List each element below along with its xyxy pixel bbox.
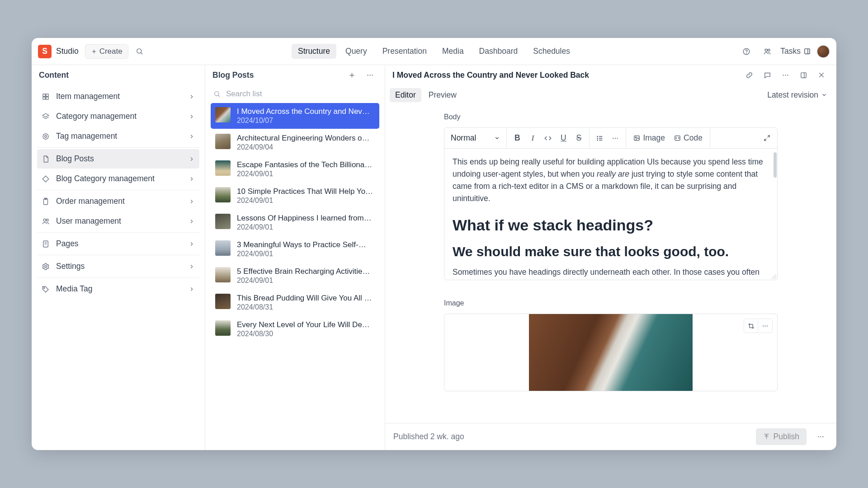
top-tab-schedules[interactable]: Schedules: [527, 44, 576, 59]
blog-list-item[interactable]: Escape Fantasies of the Tech Billiona…20…: [211, 156, 379, 182]
blog-list-item[interactable]: 5 Effective Brain Recharging Activitie…2…: [211, 263, 379, 289]
blog-item-title: Architectural Engineering Wonders o…: [237, 134, 375, 143]
list-search-input[interactable]: [226, 89, 377, 99]
toolbar-more-button[interactable]: [608, 131, 623, 146]
list-more-button[interactable]: [362, 67, 377, 83]
sidebar-item-pages[interactable]: Pages: [37, 234, 199, 253]
hero-image: [529, 314, 693, 391]
chevron-right-icon: [189, 113, 195, 120]
list-button[interactable]: [592, 131, 608, 146]
sidebar-item-blog-category-management[interactable]: Blog Category management: [37, 169, 199, 188]
sidebar-item-blog-posts[interactable]: Blog Posts: [37, 149, 199, 169]
comment-button[interactable]: [760, 67, 775, 83]
top-tab-query[interactable]: Query: [339, 44, 373, 59]
resize-handle-icon[interactable]: [771, 273, 776, 279]
blog-list-item[interactable]: 3 Meaningful Ways to Practice Self-…2024…: [211, 236, 379, 262]
user-avatar[interactable]: [816, 45, 830, 58]
sidebar-item-order-management[interactable]: Order management: [37, 192, 199, 211]
blog-thumbnail: [215, 214, 231, 229]
blog-item-date: 2024/09/01: [237, 197, 375, 205]
sidebar-item-label: Item management: [56, 92, 120, 101]
blog-list-item[interactable]: Architectural Engineering Wonders o…2024…: [211, 130, 379, 155]
blog-thumbnail: [215, 240, 231, 256]
chevron-right-icon: [189, 286, 195, 292]
sidebar-separator: [37, 232, 199, 233]
svg-point-36: [787, 75, 788, 75]
scrollbar[interactable]: [774, 152, 777, 178]
sidebar-separator: [37, 190, 199, 190]
svg-point-29: [367, 75, 368, 75]
add-item-button[interactable]: [344, 67, 359, 83]
underline-button[interactable]: U: [556, 131, 571, 146]
rte-toolbar: Normal B I U S: [444, 128, 777, 149]
sidebar-item-category-management[interactable]: Category management: [37, 107, 199, 126]
search-button[interactable]: [132, 44, 147, 59]
italic-button[interactable]: I: [525, 131, 540, 146]
app-logo: S: [38, 45, 52, 58]
expand-editor-button[interactable]: [759, 131, 774, 146]
blog-list-item[interactable]: This Bread Pudding Will Give You All …20…: [211, 290, 379, 315]
top-tab-media[interactable]: Media: [436, 44, 470, 59]
svg-point-60: [767, 325, 768, 326]
panel-icon: [803, 47, 811, 55]
editor-tab-editor[interactable]: Editor: [390, 88, 421, 102]
code-inline-button[interactable]: [540, 131, 556, 146]
label-icon: [42, 285, 50, 293]
sidebar-item-tag-management[interactable]: Tag management: [37, 127, 199, 146]
sidebar-separator: [37, 277, 199, 278]
rte-style-selector[interactable]: Normal: [444, 128, 507, 148]
blog-item-date: 2024/09/01: [237, 170, 375, 178]
editor-tab-preview[interactable]: Preview: [423, 88, 462, 102]
publish-status: Published 2 wk. ago: [393, 432, 464, 441]
svg-point-21: [47, 219, 49, 221]
svg-point-44: [597, 136, 598, 136]
insert-image-button[interactable]: Image: [629, 131, 670, 146]
split-view-button[interactable]: [796, 67, 811, 83]
help-button[interactable]: [739, 44, 754, 59]
blog-thumbnail: [215, 320, 231, 336]
rte-content-area[interactable]: This ends up being really useful for bui…: [444, 149, 777, 280]
image-more-button[interactable]: [758, 319, 773, 333]
sidebar-separator: [37, 147, 199, 148]
blog-item-date: 2024/08/30: [237, 330, 375, 338]
crop-image-button[interactable]: [744, 319, 758, 333]
top-tab-presentation[interactable]: Presentation: [376, 44, 433, 59]
editor-more-button[interactable]: [778, 67, 793, 83]
svg-line-57: [775, 278, 776, 279]
top-tab-dashboard[interactable]: Dashboard: [473, 44, 524, 59]
svg-line-33: [218, 95, 220, 97]
sidebar-item-user-management[interactable]: User management: [37, 211, 199, 231]
blog-list-item[interactable]: Every Next Level of Your Life Will De…20…: [211, 316, 379, 342]
strike-button[interactable]: S: [571, 131, 586, 146]
bold-button[interactable]: B: [509, 131, 525, 146]
image-field-label: Image: [444, 299, 778, 307]
users-icon: [42, 217, 50, 225]
blog-list-item[interactable]: 10 Simple Practices That Will Help Yo…20…: [211, 183, 379, 209]
sidebar-item-media-tag[interactable]: Media Tag: [37, 279, 199, 299]
blog-list-item[interactable]: I Moved Across the Country and Nev…2024/…: [211, 103, 379, 129]
list-search[interactable]: [205, 85, 385, 103]
publish-button[interactable]: Publish: [756, 428, 807, 445]
chevron-right-icon: [189, 241, 195, 247]
revision-selector[interactable]: Latest revision: [767, 90, 832, 100]
footer-more-button[interactable]: [813, 429, 828, 445]
svg-point-5: [746, 53, 747, 53]
top-tab-structure[interactable]: Structure: [292, 44, 336, 59]
grid-icon: [42, 93, 50, 101]
svg-point-58: [763, 325, 764, 326]
tasks-button[interactable]: Tasks: [780, 47, 811, 56]
link-button[interactable]: [741, 67, 757, 83]
blog-thumbnail: [215, 107, 231, 122]
svg-point-26: [44, 287, 45, 288]
create-button[interactable]: Create: [85, 44, 128, 59]
insert-code-button[interactable]: Code: [670, 131, 707, 146]
sidebar-item-item-management[interactable]: Item management: [37, 87, 199, 106]
chevron-right-icon: [189, 263, 195, 270]
sidebar-item-settings[interactable]: Settings: [37, 257, 199, 276]
blog-thumbnail: [215, 134, 231, 149]
presence-button[interactable]: [760, 44, 775, 59]
blog-list-item[interactable]: Lessons Of Happiness I learned from…2024…: [211, 210, 379, 235]
image-field[interactable]: [444, 314, 778, 391]
svg-point-45: [597, 138, 598, 138]
close-editor-button[interactable]: [814, 67, 829, 83]
